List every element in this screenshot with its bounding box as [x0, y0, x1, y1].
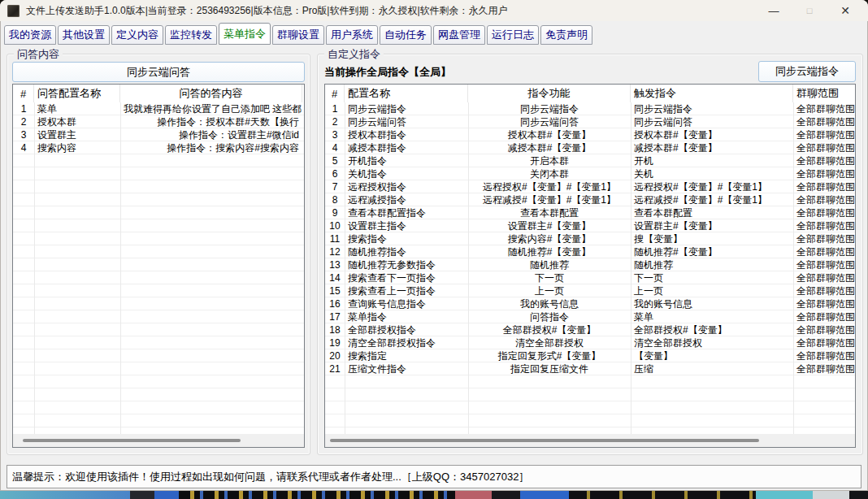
minimize-button[interactable]: — — [756, 0, 792, 21]
cmd-cell-scope: 全部群聊范围 — [793, 193, 855, 206]
cmd-cell-trigger: 下一页 — [631, 271, 793, 284]
cmd-cell-name: 查询账号信息指令 — [345, 297, 468, 310]
tab-bar: 我的资源 其他设置 定义内容 监控转发 菜单指令 群聊设置 用户系统 — [4, 24, 865, 45]
cmd-horizontal-scrollbar[interactable] — [325, 434, 855, 447]
cmd-cell-trigger: 授权本群#【变量】 — [631, 128, 793, 141]
cmd-table-row[interactable]: 21 压缩文件指令 指定回复压缩文件 压缩 全部群聊范围 — [325, 362, 855, 375]
cmd-cell-scope: 全部群聊范围 — [793, 336, 855, 349]
cmd-cell-num: 16 — [325, 297, 345, 310]
qa-table: # 问答配置名称 问答的答内容 1 菜单 我就难得再给你设置了自己添加吧 这些都… — [12, 84, 305, 448]
qa-table-row[interactable]: 3 设置群主 操作指令：设置群主#微信id — [13, 128, 304, 141]
tab[interactable]: 用户系统 — [326, 25, 378, 45]
cmd-cell-scope: 全部群聊范围 — [793, 245, 855, 258]
qa-cell-num: 2 — [13, 115, 34, 128]
cmd-table-row[interactable]: 5 开机指令 开启本群 开机 全部群聊范围 — [325, 154, 855, 167]
cmd-table-row[interactable]: 12 随机推荐指令 随机推荐#【变量】 随机推荐#【变量】 全部群聊范围 — [325, 245, 855, 258]
sync-cloud-qa-button[interactable]: 同步云端问答 — [12, 62, 305, 82]
cmd-table-row[interactable]: 11 搜索指令 搜索内容#【变量】 搜【变量】 全部群聊范围 — [325, 232, 855, 245]
qa-cell-answer: 操作指令：授权本群#天数【换行 — [120, 115, 302, 128]
tab-label: 定义内容 — [116, 28, 158, 42]
tab[interactable]: 我的资源 — [4, 25, 56, 45]
qa-groupbox: 问答内容 同步云端问答 # 问答配置名称 问答的答内容 1 菜单 我就难得再给你… — [7, 54, 310, 455]
qa-table-row[interactable]: 2 授权本群 操作指令：授权本群#天数【换行 — [13, 115, 304, 128]
desktop-fragment — [520, 491, 569, 499]
tab[interactable]: 自动任务 — [380, 25, 432, 45]
cmd-cell-scope: 全部群聊范围 — [793, 362, 855, 375]
tab[interactable]: 运行日志 — [487, 25, 539, 45]
tab[interactable]: 免责声明 — [540, 25, 592, 45]
tab[interactable]: 其他设置 — [58, 25, 110, 45]
tab[interactable]: 监控转发 — [165, 25, 217, 45]
cmd-cell-num: 19 — [325, 336, 345, 349]
cmd-table-row[interactable]: 15 搜索查看上一页指令 上一页 上一页 全部群聊范围 — [325, 284, 855, 297]
cmd-table-row[interactable]: 19 清空全部群授权指令 清空全部群授权 清空全部群授权 全部群聊范围 — [325, 336, 855, 349]
cmd-table-row[interactable]: 14 搜索查看下一页指令 下一页 下一页 全部群聊范围 — [325, 271, 855, 284]
cmd-cell-name: 全部群授权指令 — [345, 323, 468, 336]
cmd-table-row[interactable]: 6 关机指令 关闭本群 关机 全部群聊范围 — [325, 167, 855, 180]
cmd-table-row[interactable]: 10 设置群主指令 设置群主#【变量】 设置群主#【变量】 全部群聊范围 — [325, 219, 855, 232]
qa-scrollbar-thumb[interactable] — [23, 439, 241, 442]
cmd-cell-num: 17 — [325, 310, 345, 323]
cmd-table-row[interactable]: 3 授权本群指令 授权本群#【变量】 授权本群#【变量】 全部群聊范围 — [325, 128, 855, 141]
cmd-table-row[interactable]: 16 查询账号信息指令 我的账号信息 我的账号信息 全部群聊范围 — [325, 297, 855, 310]
cmd-cell-scope: 全部群聊范围 — [793, 180, 855, 193]
cmd-cell-name: 开机指令 — [345, 154, 468, 167]
cmd-table-row[interactable]: 17 菜单指令 问答指令 菜单 全部群聊范围 — [325, 310, 855, 323]
cmd-cell-scope: 全部群聊范围 — [793, 349, 855, 362]
tab[interactable]: 定义内容 — [111, 25, 163, 45]
tab[interactable]: 网盘管理 — [433, 25, 485, 45]
desktop-fragment — [455, 491, 492, 499]
cmd-cell-name: 搜索查看下一页指令 — [345, 271, 468, 284]
cmd-table-row[interactable]: 4 减授本群指令 减授本群#【变量】 减授本群#【变量】 全部群聊范围 — [325, 141, 855, 154]
cmd-cell-scope: 全部群聊范围 — [793, 258, 855, 271]
cmd-cell-num: 20 — [325, 349, 345, 362]
cmd-cell-name: 搜索指定 — [345, 349, 468, 362]
cmd-table-row[interactable]: 1 同步云端指令 同步云端指令 同步云端指令 全部群聊范围 — [325, 102, 855, 115]
close-icon: ✕ — [840, 4, 850, 17]
cmd-cell-num: 3 — [325, 128, 345, 141]
cmd-table-row[interactable]: 20 搜索指定 指定回复形式#【变量】 【变量】 全部群聊范围 — [325, 349, 855, 362]
titlebar: 文件上传发送助手1.0.0版本|当前登录：2536493256|版本信息：Pro… — [0, 0, 868, 21]
cmd-cell-num: 12 — [325, 245, 345, 258]
cmd-cell-num: 14 — [325, 271, 345, 284]
sync-cloud-cmd-button[interactable]: 同步云端指令 — [758, 61, 856, 82]
desktop-fragment — [154, 491, 179, 499]
qa-table-row[interactable]: 4 搜索内容 操作指令：搜索内容#搜索内容 — [13, 141, 304, 154]
cmd-cell-func: 随机推荐 — [468, 258, 631, 271]
cmd-cell-func: 指定回复形式#【变量】 — [468, 349, 631, 362]
qa-col-name: 问答配置名称 — [34, 85, 120, 102]
qa-table-row[interactable]: 1 菜单 我就难得再给你设置了自己添加吧 这些都 — [13, 102, 304, 115]
cmd-cell-scope: 全部群聊范围 — [793, 167, 855, 180]
cmd-cell-name: 随机推荐指令 — [345, 245, 468, 258]
cmd-table-row[interactable]: 18 全部群授权指令 全部群授权#【变量】 全部群授权#【变量】 全部群聊范围 — [325, 323, 855, 336]
cmd-table-row[interactable]: 2 同步云端问答 同步云端问答 同步云端问答 全部群聊范围 — [325, 115, 855, 128]
cmd-cell-scope: 全部群聊范围 — [793, 323, 855, 336]
cmd-cell-scope: 全部群聊范围 — [793, 128, 855, 141]
qa-groupbox-title: 问答内容 — [14, 47, 63, 62]
cmd-table-row[interactable]: 13 随机推荐无参数指令 随机推荐 随机推荐 全部群聊范围 — [325, 258, 855, 271]
cmd-table-row[interactable]: 7 远程授权指令 远程授权#【变量】#【变量1】 远程授权#【变量】#【变量1】… — [325, 180, 855, 193]
tab-label: 群聊设置 — [277, 28, 319, 42]
cmd-cell-num: 6 — [325, 167, 345, 180]
tab[interactable]: 菜单指令 — [219, 23, 271, 45]
cmd-cell-trigger: 我的账号信息 — [631, 297, 793, 310]
cmd-cell-func: 问答指令 — [468, 310, 631, 323]
cmd-cell-scope: 全部群聊范围 — [793, 115, 855, 128]
cmd-cell-func: 我的账号信息 — [468, 297, 631, 310]
qa-horizontal-scrollbar[interactable] — [13, 434, 304, 447]
cmd-cell-trigger: 开机 — [631, 154, 793, 167]
close-button[interactable]: ✕ — [827, 0, 863, 21]
column-divider — [345, 102, 345, 434]
cmd-scrollbar-thumb[interactable] — [330, 439, 759, 442]
cmd-table-row[interactable]: 8 远程减授指令 远程减授#【变量】#【变量1】 远程减授#【变量】#【变量1】… — [325, 193, 855, 206]
cmd-cell-trigger: 菜单 — [631, 310, 793, 323]
desktop-fragment — [492, 491, 520, 499]
cmd-cell-trigger: 减授本群#【变量】 — [631, 141, 793, 154]
cmd-cell-scope: 全部群聊范围 — [793, 102, 855, 115]
cmd-cell-num: 11 — [325, 232, 345, 245]
cmd-cell-name: 压缩文件指令 — [345, 362, 468, 375]
cmd-table: # 配置名称 指令功能 触发指令 群聊范围 1 同步云端指令 同步云端指令 同步… — [324, 84, 856, 448]
tab[interactable]: 群聊设置 — [272, 25, 324, 45]
cmd-table-row[interactable]: 9 查看本群配置指令 查看本群配置 查看本群配置 全部群聊范围 — [325, 206, 855, 219]
maximize-button[interactable]: □ — [792, 0, 827, 21]
